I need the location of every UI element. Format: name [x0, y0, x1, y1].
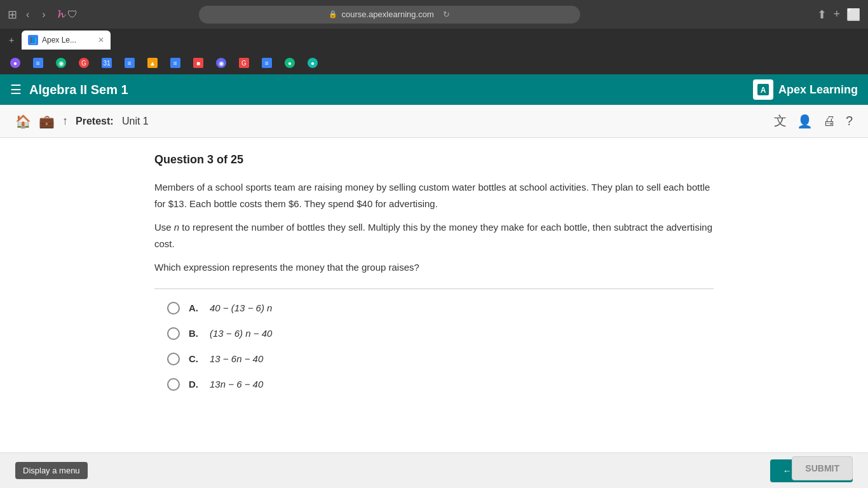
choice-b: B. (13 − 6) n − 40 — [167, 327, 714, 340]
display-menu-button[interactable]: Display a menu — [15, 462, 88, 479]
home-icon[interactable]: 🏠 — [15, 114, 31, 129]
choices-list: A. 40 − (13 − 6) n B. (13 − 6) n − 40 C.… — [167, 302, 714, 391]
bm-icon-1: ● — [10, 58, 20, 68]
bookmark-14[interactable]: ● — [302, 55, 323, 71]
bm-icon-4: G — [79, 58, 89, 68]
help-icon[interactable]: ? — [846, 114, 853, 128]
choice-a-expression: 40 − (13 − 6) n — [210, 302, 272, 313]
footer: Display a menu ← PREVIOUS SUBMIT — [0, 452, 868, 488]
bm-icon-8: ≡ — [170, 58, 180, 68]
bm-icon-10: ◉ — [216, 58, 226, 68]
forward-button[interactable]: › — [38, 8, 49, 22]
new-tab-icon[interactable]: + — [833, 8, 840, 21]
bookmark-12[interactable]: ≡ — [257, 55, 277, 71]
course-title: Algebra II Sem 1 — [29, 83, 745, 97]
bookmark-11[interactable]: G — [234, 55, 254, 71]
question-paragraph-2: Use n to represent the number of bottles… — [154, 219, 714, 252]
bm-icon-2: ≡ — [33, 58, 43, 68]
bm-icon-9: ■ — [193, 58, 203, 68]
choice-a-label: A. — [189, 302, 198, 313]
bookmark-4[interactable]: G — [74, 55, 94, 71]
extension-icon: 𝓱 — [57, 8, 64, 21]
active-tab[interactable]: 📘 Apex Le... ✕ — [22, 30, 111, 50]
main-content: Question 3 of 25 Members of a school spo… — [129, 138, 739, 452]
windows-icon[interactable]: ⬜ — [846, 8, 860, 22]
bm-icon-11: G — [239, 58, 249, 68]
bm-icon-3: ◉ — [56, 58, 66, 68]
bm-icon-7: ▲ — [147, 58, 158, 68]
bookmark-5[interactable]: 31 — [97, 55, 117, 71]
question-para2-rest: to represent the number of bottles they … — [154, 222, 712, 249]
choice-b-radio[interactable] — [167, 327, 180, 340]
question-body: Members of a school sports team are rais… — [154, 179, 714, 276]
browser-chrome: ⊞ ‹ › 𝓱 🛡 🔒 course.apexlearning.com ↻ ⬆ … — [0, 0, 868, 29]
bookmark-8[interactable]: ≡ — [165, 55, 186, 71]
choice-c-label: C. — [189, 353, 198, 364]
window-control: ⊞ — [8, 8, 17, 22]
tab-favicon: 📘 — [28, 35, 38, 45]
bookmark-1[interactable]: ● — [5, 55, 25, 71]
bm-icon-5: 31 — [102, 58, 112, 68]
variable-n: n — [174, 222, 179, 233]
tab-new-tab[interactable]: + — [3, 31, 20, 49]
bookmark-13[interactable]: ● — [280, 55, 300, 71]
tabs-bar: + 📘 Apex Le... ✕ — [0, 29, 868, 51]
extension-icon-2: 🛡 — [67, 9, 78, 20]
tab-close[interactable]: ✕ — [98, 36, 104, 44]
choice-c-expression: 13 − 6n − 40 — [210, 353, 263, 364]
question-paragraph-3: Which expression represents the money th… — [154, 259, 714, 276]
choice-d-radio[interactable] — [167, 378, 180, 391]
hamburger-menu-icon[interactable]: ☰ — [10, 82, 22, 97]
bookmark-10[interactable]: ◉ — [211, 55, 231, 71]
up-arrow-icon[interactable]: ↑ — [62, 114, 68, 128]
reload-icon[interactable]: ↻ — [443, 10, 450, 19]
choice-b-label: B. — [189, 328, 198, 339]
bm-icon-13: ● — [285, 58, 295, 68]
print-icon[interactable]: 🖨 — [823, 114, 836, 128]
svg-text:A: A — [761, 86, 766, 95]
briefcase-icon[interactable]: 💼 — [39, 114, 55, 129]
choice-d: D. 13n − 6 − 40 — [167, 378, 714, 391]
bookmark-9[interactable]: ■ — [188, 55, 208, 71]
translate-icon[interactable]: 文 — [774, 112, 787, 130]
share-icon[interactable]: ⬆ — [817, 8, 827, 22]
pretest-text: Pretest: — [76, 116, 114, 126]
bm-icon-14: ● — [308, 58, 318, 68]
back-button[interactable]: ‹ — [22, 8, 33, 22]
choice-d-expression: 13n − 6 − 40 — [210, 379, 263, 390]
sub-header-left: 🏠 💼 ↑ Pretest: Unit 1 — [15, 114, 149, 129]
choice-a-radio[interactable] — [167, 302, 180, 315]
url-text: course.apexlearning.com — [341, 10, 433, 19]
bookmark-6[interactable]: ≡ — [119, 55, 140, 71]
divider — [154, 288, 714, 289]
bm-icon-12: ≡ — [262, 58, 272, 68]
question-header: Question 3 of 25 — [154, 153, 714, 166]
app-header: ☰ Algebra II Sem 1 A Apex Learning — [0, 74, 868, 105]
bookmark-3[interactable]: ◉ — [51, 55, 71, 71]
bm-icon-6: ≡ — [125, 58, 135, 68]
bookmark-2[interactable]: ≡ — [28, 55, 48, 71]
question-paragraph-1: Members of a school sports team are rais… — [154, 179, 714, 212]
choice-a: A. 40 − (13 − 6) n — [167, 302, 714, 315]
lock-icon: 🔒 — [329, 10, 337, 18]
choice-c: C. 13 − 6n − 40 — [167, 353, 714, 365]
choice-b-expression: (13 − 6) n − 40 — [210, 328, 272, 339]
unit-text: Unit 1 — [122, 116, 149, 126]
apex-logo: A Apex Learning — [753, 79, 858, 100]
bookmark-7[interactable]: ▲ — [142, 55, 163, 71]
apex-logo-text: Apex Learning — [778, 83, 858, 97]
sub-header: 🏠 💼 ↑ Pretest: Unit 1 文 👤 🖨 ? — [0, 105, 868, 138]
choice-d-label: D. — [189, 379, 198, 390]
window-controls: ⊞ — [8, 8, 17, 22]
tab-label: Apex Le... — [42, 36, 76, 44]
address-bar[interactable]: 🔒 course.apexlearning.com ↻ — [199, 6, 580, 24]
bookmarks-bar: ● ≡ ◉ G 31 ≡ ▲ ≡ ■ ◉ G ≡ ● ● — [0, 51, 868, 74]
accessibility-icon[interactable]: 👤 — [797, 114, 813, 129]
apex-logo-svg: A — [756, 83, 770, 97]
pretest-label: Pretest: Unit 1 — [76, 116, 149, 127]
submit-button: SUBMIT — [792, 456, 853, 480]
choice-c-radio[interactable] — [167, 353, 180, 365]
apex-logo-icon: A — [753, 79, 773, 100]
sub-header-right: 文 👤 🖨 ? — [774, 112, 853, 130]
